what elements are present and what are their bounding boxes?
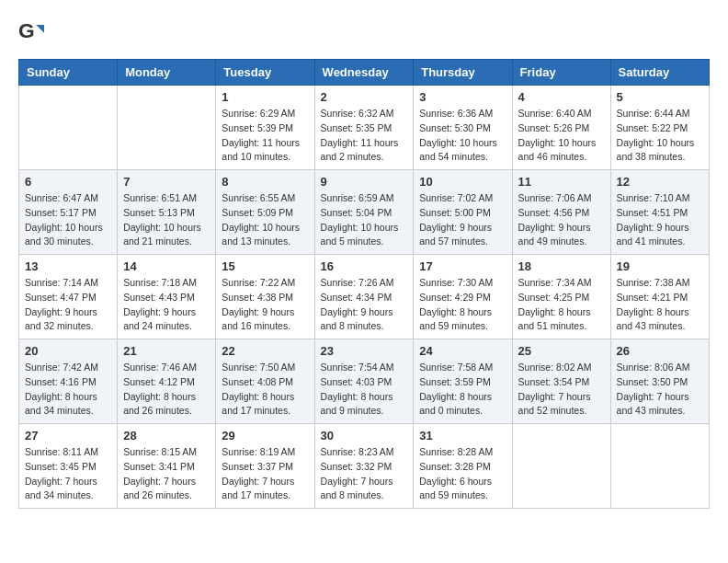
day-info: Sunrise: 8:06 AMSunset: 3:50 PMDaylight:… xyxy=(617,361,703,419)
day-info: Sunrise: 7:10 AMSunset: 4:51 PMDaylight:… xyxy=(617,191,703,249)
calendar-cell: 13Sunrise: 7:14 AMSunset: 4:47 PMDayligh… xyxy=(19,255,118,339)
calendar-cell xyxy=(610,424,709,509)
calendar-cell: 7Sunrise: 6:51 AMSunset: 5:13 PMDaylight… xyxy=(118,170,216,255)
calendar-cell: 27Sunrise: 8:11 AMSunset: 3:45 PMDayligh… xyxy=(19,424,118,509)
calendar-cell: 31Sunrise: 8:28 AMSunset: 3:28 PMDayligh… xyxy=(414,424,512,509)
day-number: 14 xyxy=(123,259,210,273)
day-info: Sunrise: 6:44 AMSunset: 5:22 PMDaylight:… xyxy=(617,107,703,165)
day-number: 18 xyxy=(518,259,605,273)
calendar-cell: 4Sunrise: 6:40 AMSunset: 5:26 PMDaylight… xyxy=(512,86,610,170)
calendar-cell: 30Sunrise: 8:23 AMSunset: 3:32 PMDayligh… xyxy=(314,424,414,509)
calendar-cell: 26Sunrise: 8:06 AMSunset: 3:50 PMDayligh… xyxy=(610,339,709,424)
day-info: Sunrise: 8:11 AMSunset: 3:45 PMDaylight:… xyxy=(25,445,111,503)
day-info: Sunrise: 7:14 AMSunset: 4:47 PMDaylight:… xyxy=(25,276,111,334)
calendar-cell: 2Sunrise: 6:32 AMSunset: 5:35 PMDaylight… xyxy=(314,86,414,170)
calendar-cell: 11Sunrise: 7:06 AMSunset: 4:56 PMDayligh… xyxy=(512,170,610,255)
day-number: 31 xyxy=(419,429,506,442)
day-info: Sunrise: 6:59 AMSunset: 5:04 PMDaylight:… xyxy=(321,191,408,249)
day-number: 9 xyxy=(321,175,408,189)
calendar-cell: 1Sunrise: 6:29 AMSunset: 5:39 PMDaylight… xyxy=(216,86,314,170)
day-number: 5 xyxy=(617,90,703,104)
calendar-table: SundayMondayTuesdayWednesdayThursdayFrid… xyxy=(18,59,710,509)
day-info: Sunrise: 7:50 AMSunset: 4:08 PMDaylight:… xyxy=(222,361,308,419)
calendar-header: SundayMondayTuesdayWednesdayThursdayFrid… xyxy=(19,60,710,86)
calendar-week-row: 6Sunrise: 6:47 AMSunset: 5:17 PMDaylight… xyxy=(19,170,710,255)
logo: G xyxy=(18,18,48,44)
page-header: G xyxy=(18,18,710,44)
day-info: Sunrise: 7:18 AMSunset: 4:43 PMDaylight:… xyxy=(123,276,210,334)
weekday-header-monday: Monday xyxy=(118,60,216,86)
day-info: Sunrise: 7:58 AMSunset: 3:59 PMDaylight:… xyxy=(419,361,506,419)
calendar-cell: 29Sunrise: 8:19 AMSunset: 3:37 PMDayligh… xyxy=(216,424,314,509)
calendar-cell: 21Sunrise: 7:46 AMSunset: 4:12 PMDayligh… xyxy=(118,339,216,424)
day-number: 2 xyxy=(321,90,408,104)
day-info: Sunrise: 6:51 AMSunset: 5:13 PMDaylight:… xyxy=(123,191,210,249)
calendar-cell: 14Sunrise: 7:18 AMSunset: 4:43 PMDayligh… xyxy=(118,255,216,339)
calendar-cell: 9Sunrise: 6:59 AMSunset: 5:04 PMDaylight… xyxy=(314,170,414,255)
weekday-header-row: SundayMondayTuesdayWednesdayThursdayFrid… xyxy=(19,60,710,86)
day-number: 4 xyxy=(518,90,605,104)
calendar-cell xyxy=(19,86,118,170)
day-number: 11 xyxy=(518,175,605,189)
calendar-cell: 22Sunrise: 7:50 AMSunset: 4:08 PMDayligh… xyxy=(216,339,314,424)
calendar-cell: 5Sunrise: 6:44 AMSunset: 5:22 PMDaylight… xyxy=(610,86,709,170)
day-info: Sunrise: 7:38 AMSunset: 4:21 PMDaylight:… xyxy=(617,276,703,334)
day-number: 22 xyxy=(222,344,308,358)
day-info: Sunrise: 8:23 AMSunset: 3:32 PMDaylight:… xyxy=(321,445,408,503)
day-info: Sunrise: 7:34 AMSunset: 4:25 PMDaylight:… xyxy=(518,276,605,334)
calendar-cell: 20Sunrise: 7:42 AMSunset: 4:16 PMDayligh… xyxy=(19,339,118,424)
day-number: 7 xyxy=(123,175,210,189)
calendar-week-row: 1Sunrise: 6:29 AMSunset: 5:39 PMDaylight… xyxy=(19,86,710,170)
calendar-cell: 28Sunrise: 8:15 AMSunset: 3:41 PMDayligh… xyxy=(118,424,216,509)
day-info: Sunrise: 6:32 AMSunset: 5:35 PMDaylight:… xyxy=(321,107,408,165)
day-number: 16 xyxy=(321,259,408,273)
day-number: 1 xyxy=(222,90,308,104)
calendar-cell xyxy=(512,424,610,509)
weekday-header-saturday: Saturday xyxy=(610,60,709,86)
day-info: Sunrise: 8:15 AMSunset: 3:41 PMDaylight:… xyxy=(123,445,210,503)
calendar-cell: 18Sunrise: 7:34 AMSunset: 4:25 PMDayligh… xyxy=(512,255,610,339)
svg-marker-1 xyxy=(36,25,44,33)
day-number: 17 xyxy=(419,259,506,273)
day-info: Sunrise: 7:02 AMSunset: 5:00 PMDaylight:… xyxy=(419,191,506,249)
day-info: Sunrise: 6:55 AMSunset: 5:09 PMDaylight:… xyxy=(222,191,308,249)
day-info: Sunrise: 6:36 AMSunset: 5:30 PMDaylight:… xyxy=(419,107,506,165)
day-number: 26 xyxy=(617,344,703,358)
day-number: 21 xyxy=(123,344,210,358)
calendar-cell: 24Sunrise: 7:58 AMSunset: 3:59 PMDayligh… xyxy=(414,339,512,424)
calendar-cell xyxy=(118,86,216,170)
day-info: Sunrise: 7:26 AMSunset: 4:34 PMDaylight:… xyxy=(321,276,408,334)
calendar-week-row: 20Sunrise: 7:42 AMSunset: 4:16 PMDayligh… xyxy=(19,339,710,424)
calendar-week-row: 13Sunrise: 7:14 AMSunset: 4:47 PMDayligh… xyxy=(19,255,710,339)
day-number: 28 xyxy=(123,429,210,442)
calendar-body: 1Sunrise: 6:29 AMSunset: 5:39 PMDaylight… xyxy=(19,86,710,509)
day-number: 12 xyxy=(617,175,703,189)
calendar-cell: 12Sunrise: 7:10 AMSunset: 4:51 PMDayligh… xyxy=(610,170,709,255)
day-number: 20 xyxy=(25,344,111,358)
day-number: 19 xyxy=(617,259,703,273)
weekday-header-sunday: Sunday xyxy=(19,60,118,86)
day-number: 15 xyxy=(222,259,308,273)
calendar-cell: 10Sunrise: 7:02 AMSunset: 5:00 PMDayligh… xyxy=(414,170,512,255)
weekday-header-wednesday: Wednesday xyxy=(314,60,414,86)
calendar-week-row: 27Sunrise: 8:11 AMSunset: 3:45 PMDayligh… xyxy=(19,424,710,509)
day-number: 24 xyxy=(419,344,506,358)
calendar-cell: 23Sunrise: 7:54 AMSunset: 4:03 PMDayligh… xyxy=(314,339,414,424)
calendar-cell: 19Sunrise: 7:38 AMSunset: 4:21 PMDayligh… xyxy=(610,255,709,339)
day-info: Sunrise: 8:28 AMSunset: 3:28 PMDaylight:… xyxy=(419,445,506,503)
calendar-cell: 17Sunrise: 7:30 AMSunset: 4:29 PMDayligh… xyxy=(414,255,512,339)
calendar-cell: 25Sunrise: 8:02 AMSunset: 3:54 PMDayligh… xyxy=(512,339,610,424)
day-info: Sunrise: 7:22 AMSunset: 4:38 PMDaylight:… xyxy=(222,276,308,334)
day-number: 27 xyxy=(25,429,111,442)
logo-icon: G xyxy=(18,18,44,44)
calendar-cell: 3Sunrise: 6:36 AMSunset: 5:30 PMDaylight… xyxy=(414,86,512,170)
day-number: 29 xyxy=(222,429,308,442)
day-info: Sunrise: 7:06 AMSunset: 4:56 PMDaylight:… xyxy=(518,191,605,249)
day-number: 6 xyxy=(25,175,111,189)
weekday-header-tuesday: Tuesday xyxy=(216,60,314,86)
day-info: Sunrise: 6:29 AMSunset: 5:39 PMDaylight:… xyxy=(222,107,308,165)
svg-text:G: G xyxy=(18,18,35,42)
day-number: 13 xyxy=(25,259,111,273)
day-number: 8 xyxy=(222,175,308,189)
day-info: Sunrise: 7:30 AMSunset: 4:29 PMDaylight:… xyxy=(419,276,506,334)
